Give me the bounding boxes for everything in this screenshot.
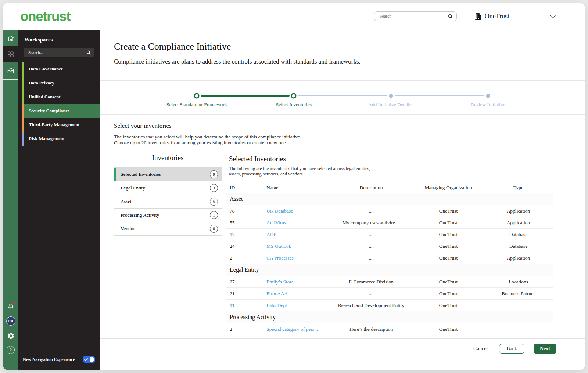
- inventory-tab-label: Processing Activity: [121, 212, 159, 218]
- cell-type: Application: [483, 217, 553, 229]
- inventory-count-badge: 9: [210, 170, 218, 178]
- sidebar-item-label: Third-Party Management: [24, 118, 100, 132]
- step-connector: [201, 95, 290, 97]
- inventory-link[interactable]: UK Database: [266, 205, 329, 217]
- selected-inventories-description: The following are the inventories that y…: [229, 166, 585, 177]
- table-row: 2Special category of pers...Here’s the d…: [226, 323, 553, 335]
- global-search[interactable]: [374, 11, 457, 21]
- column-header-description: Description: [329, 182, 413, 193]
- cell-id: 78: [226, 205, 266, 217]
- page-subtitle: Compliance initiatives are plans to addr…: [114, 58, 585, 65]
- main-content: Create a Compliance Initiative Complianc…: [100, 30, 585, 370]
- briefcase-icon: [7, 67, 14, 74]
- global-search-input[interactable]: [379, 13, 448, 19]
- sidebar-item-data-privacy[interactable]: Data Privacy: [18, 76, 100, 90]
- cell-managing-organization: OneTrust: [413, 300, 483, 311]
- cell-managing-organization: OneTrust: [413, 323, 483, 335]
- inventory-tab-processing-activity[interactable]: Processing Activity1: [114, 209, 222, 222]
- cell-description: ....: [329, 240, 413, 252]
- home-icon: [7, 35, 15, 42]
- cell-type: [483, 323, 553, 335]
- cell-managing-organization: OneTrust: [413, 252, 483, 264]
- inventories-list-wrap: Selected Inventories9Legal Entity3Asset5…: [114, 167, 222, 333]
- chevron-down-icon[interactable]: [549, 14, 556, 19]
- inventory-link[interactable]: Labs Dept: [266, 300, 329, 311]
- table-row: 24MS Outlook....OneTrustDatabase: [226, 240, 553, 252]
- inventories-list: Selected Inventories9Legal Entity3Asset5…: [114, 167, 222, 236]
- inventory-link[interactable]: Firm AAA: [266, 288, 329, 300]
- step-circle-4: [486, 94, 490, 98]
- header-right: OneTrust: [374, 11, 556, 21]
- selected-inventories-table: IDNameDescriptionManaging OrganizationTy…: [226, 182, 553, 335]
- user-avatar[interactable]: EB: [6, 316, 15, 326]
- sidebar-item-unified-consent[interactable]: Unified Consent: [18, 90, 100, 104]
- sidebar-item-label: Security Compliance: [24, 104, 100, 118]
- search-icon: [86, 50, 91, 55]
- table-row: 27Emily’s StoreE-Commerce DivisionOneTru…: [226, 276, 553, 288]
- inventory-link[interactable]: CA Processes: [266, 252, 329, 264]
- cell-type: [483, 300, 553, 311]
- inventory-tab-legal-entity[interactable]: Legal Entity3: [114, 181, 222, 195]
- cell-managing-organization: OneTrust: [413, 288, 483, 300]
- table-row: 21Firm AAA....OneTrustBusiness Patrner: [226, 288, 553, 300]
- cancel-button[interactable]: Cancel: [471, 345, 490, 352]
- inventory-tab-selected-inventories[interactable]: Selected Inventories9: [114, 168, 222, 181]
- next-button[interactable]: Next: [534, 344, 556, 354]
- notification-badge: [13, 302, 15, 304]
- projects-nav-button[interactable]: [3, 62, 18, 79]
- sidebar-item-label: Risk Management: [24, 132, 100, 146]
- new-nav-toggle[interactable]: [83, 356, 95, 363]
- step-circle-2: [291, 93, 297, 99]
- workspace-accent-bar: [22, 132, 24, 146]
- inventory-tab-asset[interactable]: Asset5: [114, 195, 222, 209]
- workspace-accent-bar: [22, 104, 24, 118]
- new-nav-label: New Navigation Experience: [23, 357, 75, 362]
- workspace-menu: Data GovernanceData PrivacyUnified Conse…: [18, 62, 100, 146]
- back-button[interactable]: Back: [499, 344, 524, 354]
- table-row: 11Labs DeptReseach and Development Entit…: [226, 300, 553, 311]
- inventory-link[interactable]: AntiVirus: [266, 217, 329, 229]
- workspace-accent-bar: [22, 118, 24, 132]
- inventory-count-badge: 1: [210, 211, 218, 219]
- inventory-link[interactable]: Emily’s Store: [266, 276, 329, 288]
- table-row: 78UK Database....OneTrustApplication: [226, 205, 553, 217]
- inventory-count-badge: 5: [210, 198, 218, 206]
- group-row-legal-entity: Legal Entity: [226, 264, 553, 276]
- onetrust-logo: onetrust: [20, 10, 70, 23]
- icon-rail: EB ?: [3, 30, 18, 370]
- notifications-button[interactable]: [7, 303, 14, 310]
- org-selector[interactable]: OneTrust: [474, 12, 509, 20]
- workspace-search-input[interactable]: [28, 50, 86, 55]
- settings-button[interactable]: [7, 332, 15, 340]
- grid-icon: [7, 51, 14, 58]
- workspaces-nav-button[interactable]: [3, 46, 18, 62]
- rail-divider: [3, 79, 18, 80]
- sidebar-item-risk-management[interactable]: Risk Management: [18, 132, 100, 146]
- workspace-accent-bar: [22, 62, 24, 76]
- inventory-tab-label: Selected Inventories: [121, 171, 161, 177]
- wizard-stepper: Select Standard or FrameworkSelect Inven…: [100, 80, 585, 115]
- home-nav-button[interactable]: [3, 30, 18, 46]
- wizard-footer: Cancel Back Next: [100, 338, 585, 358]
- workspace-accent-bar: [22, 90, 24, 104]
- inventory-link[interactable]: Special category of pers...: [266, 323, 329, 335]
- inventory-link[interactable]: ADP: [266, 229, 329, 240]
- cell-description: ....: [329, 288, 413, 300]
- step-label: Select Standard or Framework: [148, 102, 245, 108]
- sidebar-item-security-compliance[interactable]: Security Compliance: [18, 104, 100, 118]
- cell-id: 11: [226, 300, 266, 311]
- inventory-link[interactable]: MS Outlook: [266, 240, 329, 252]
- cell-managing-organization: OneTrust: [413, 276, 483, 288]
- sidebar-item-third-party-management[interactable]: Third-Party Management: [18, 118, 100, 132]
- sidebar-item-data-governance[interactable]: Data Governance: [18, 62, 100, 76]
- help-button[interactable]: ?: [7, 346, 15, 354]
- cell-managing-organization: OneTrust: [413, 217, 483, 229]
- selected-indicator-bar: [114, 168, 116, 181]
- selected-inventories-title: Selected Inventories: [229, 155, 585, 163]
- cell-id: 55: [226, 217, 266, 229]
- inventory-tab-vendor[interactable]: Vendor0: [114, 222, 222, 236]
- inventory-tab-label: Vendor: [121, 226, 135, 232]
- inventories-title: Inventories: [114, 154, 222, 162]
- workspace-search[interactable]: [24, 48, 94, 57]
- cell-description: ....: [329, 229, 413, 240]
